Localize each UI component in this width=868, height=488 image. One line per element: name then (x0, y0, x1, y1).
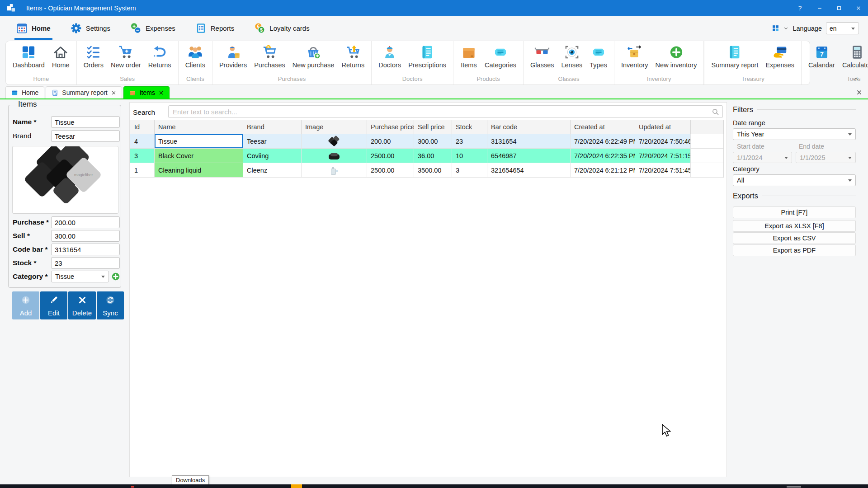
ribbon-item-lenses[interactable]: Lenses (558, 43, 585, 70)
cell-name-focused[interactable]: Tissue (155, 134, 243, 148)
column-header-bar-code[interactable]: Bar code (487, 120, 571, 134)
stock-field[interactable] (51, 257, 120, 269)
ribbon-item-new-inventory[interactable]: New inventory (652, 43, 700, 70)
column-header-purchase-price[interactable]: Purchase price (367, 120, 414, 134)
sync-button[interactable]: Sync (97, 291, 124, 319)
add-category-button[interactable] (111, 272, 121, 282)
cell-stock[interactable]: 23 (452, 134, 487, 148)
ribbon-item-summary-report[interactable]: Summary report (708, 43, 761, 70)
close-tab-icon[interactable] (159, 90, 164, 95)
column-header-created-at[interactable]: Created at (571, 120, 635, 134)
cell-purchase-price[interactable]: 200.00 (367, 134, 414, 148)
ribbon-item-calandar[interactable]: Calandar (805, 43, 838, 70)
cell-sell-price[interactable]: 300.00 (414, 134, 452, 148)
ribbon-item-calculator[interactable]: Calculator (839, 43, 868, 70)
maximize-button[interactable] (829, 0, 849, 16)
menu-tab-loyalty-cards[interactable]: Loyalty cards (254, 16, 309, 40)
column-header-stock[interactable]: Stock (452, 120, 487, 134)
cell-name-highlighted[interactable]: Cleaning liquid (155, 163, 243, 177)
cell-brand[interactable]: Coviing (243, 149, 302, 163)
category-select[interactable]: Tissue (51, 271, 109, 282)
delete-button[interactable]: Delete (68, 291, 96, 319)
filter-category-select[interactable]: All (733, 174, 856, 186)
cell-name-highlighted[interactable]: Black Cover (155, 149, 243, 163)
cell-updated-at[interactable]: 7/20/2024 7:51:45 PM (635, 163, 691, 177)
sell-field[interactable] (51, 230, 120, 242)
cell-image-tissue[interactable] (302, 134, 367, 148)
column-header-updated-at[interactable]: Updated at (635, 120, 691, 134)
language-select[interactable]: en (826, 22, 859, 34)
cell-bar-code[interactable]: 6546987 (487, 149, 571, 163)
close-button[interactable] (849, 0, 868, 16)
ribbon-item-types[interactable]: Types (586, 43, 610, 70)
column-header-name[interactable]: Name (155, 120, 243, 134)
table-row[interactable]: 1 Cleaning liquid Cleenz 2500.00 3500.00… (130, 163, 723, 178)
purchase-field[interactable] (51, 216, 120, 228)
doc-tab-items[interactable]: Items (123, 86, 170, 99)
cell-updated-at[interactable]: 7/20/2024 7:51:15 PM (635, 149, 691, 163)
cell-sell-price[interactable]: 36.00 (414, 149, 452, 163)
export-xlsx-button[interactable]: Export as XLSX [F8] (733, 220, 856, 232)
cell-image-black-cover[interactable] (302, 149, 367, 163)
cell-updated-at[interactable]: 7/20/2024 7:50:46 PM (635, 134, 691, 148)
cell-id[interactable]: 3 (130, 149, 155, 163)
cell-stock[interactable]: 10 (452, 149, 487, 163)
ribbon-item-clients[interactable]: Clients (182, 43, 208, 70)
ribbon-item-providers[interactable]: Providers (216, 43, 250, 70)
search-input[interactable] (168, 105, 723, 118)
ribbon-item-purchase-returns[interactable]: Returns (338, 43, 368, 70)
ribbon-item-purchases[interactable]: Purchases (251, 43, 288, 70)
doc-tab-summary-report[interactable]: Summary report (46, 86, 122, 99)
ribbon-item-returns[interactable]: Returns (145, 43, 175, 70)
cell-bar-code[interactable]: 321654654 (487, 163, 571, 177)
cell-bar-code[interactable]: 3131654 (487, 134, 571, 148)
ribbon-item-dashboard[interactable]: Dashboard (9, 43, 48, 70)
ribbon-item-items[interactable]: Items (457, 43, 481, 70)
cell-brand[interactable]: Cleenz (243, 163, 302, 177)
print-button[interactable]: Print [F7] (733, 206, 856, 218)
column-header-brand[interactable]: Brand (243, 120, 302, 134)
cell-purchase-price[interactable]: 2500.00 (367, 149, 414, 163)
search-icon[interactable] (712, 108, 719, 116)
ribbon-item-categories[interactable]: Categories (481, 43, 519, 70)
ribbon-item-doctors[interactable]: Doctors (375, 43, 404, 70)
menu-tab-home[interactable]: Home (16, 16, 51, 40)
column-header-sell-price[interactable]: Sell price (414, 120, 452, 134)
cell-id[interactable]: 4 (130, 134, 155, 148)
column-header-id[interactable]: Id (130, 120, 155, 134)
cell-purchase-price[interactable]: 2500.00 (367, 163, 414, 177)
help-button[interactable]: ? (790, 0, 810, 16)
cell-stock[interactable]: 3 (452, 163, 487, 177)
add-button[interactable]: Add (12, 291, 39, 319)
name-field[interactable] (51, 116, 120, 128)
brand-field[interactable] (51, 130, 120, 142)
chevron-down-icon[interactable] (783, 26, 788, 31)
menu-tab-reports[interactable]: Reports (195, 16, 235, 40)
table-row[interactable]: 3 Black Cover Coviing 2500.00 36.00 10 6… (130, 149, 723, 163)
ribbon-item-expenses[interactable]: Expenses (762, 43, 797, 70)
cell-created-at[interactable]: 7/20/2024 6:21:12 PM (571, 163, 635, 177)
date-range-select[interactable]: This Year (733, 128, 856, 140)
apps-icon[interactable] (772, 24, 779, 32)
ribbon-item-new-purchase[interactable]: New purchase (289, 43, 338, 70)
menu-tab-settings[interactable]: Settings (71, 16, 110, 40)
close-all-tabs-icon[interactable] (856, 89, 862, 95)
minimize-button[interactable] (810, 0, 829, 16)
edit-button[interactable]: Edit (40, 291, 67, 319)
cell-sell-price[interactable]: 3500.00 (414, 163, 452, 177)
codebar-field[interactable] (51, 244, 120, 255)
export-pdf-button[interactable]: Export as PDF (733, 244, 856, 256)
column-header-image[interactable]: Image (302, 120, 367, 134)
cell-brand[interactable]: Teesar (243, 134, 302, 148)
table-row[interactable]: 4 Tissue Teesar 200.00 300.00 23 3131654… (130, 134, 723, 149)
ribbon-collapse-button[interactable] (852, 76, 860, 82)
cell-created-at[interactable]: 7/20/2024 6:22:49 PM (571, 134, 635, 148)
cell-created-at[interactable]: 7/20/2024 6:22:35 PM (571, 149, 635, 163)
cell-id[interactable]: 1 (130, 163, 155, 177)
close-tab-icon[interactable] (111, 90, 116, 95)
doc-tab-home[interactable]: Home (5, 86, 44, 99)
menu-tab-expenses[interactable]: Expenses (130, 16, 175, 40)
ribbon-item-prescriptions[interactable]: Prescriptions (405, 43, 449, 70)
ribbon-item-orders[interactable]: Orders (80, 43, 107, 70)
ribbon-item-inventory[interactable]: Inventory (618, 43, 651, 70)
